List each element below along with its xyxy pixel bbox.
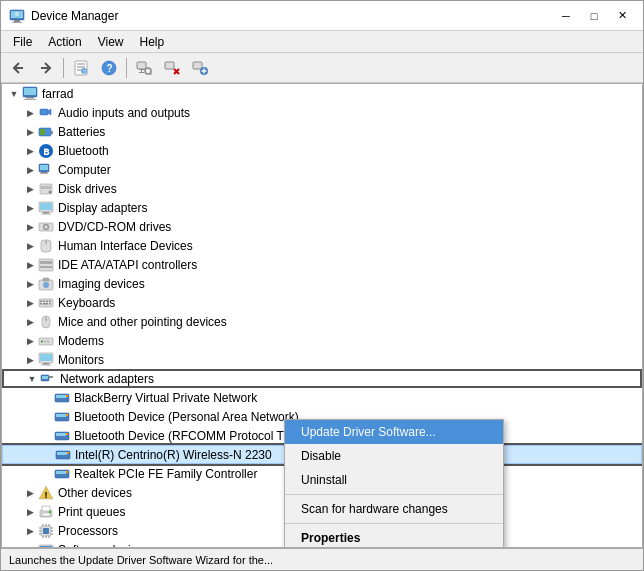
menu-bar: File Action View Help (1, 31, 643, 53)
back-button[interactable] (5, 56, 31, 80)
netcard-btrfcomm-icon (54, 428, 70, 444)
svg-rect-49 (41, 213, 51, 214)
svg-rect-61 (43, 278, 49, 281)
expand-modems[interactable]: ▶ (22, 336, 38, 346)
svg-rect-66 (49, 300, 51, 302)
svg-rect-95 (57, 452, 67, 455)
svg-rect-79 (43, 363, 49, 365)
svg-rect-67 (40, 303, 42, 305)
expand-farrad[interactable]: ▼ (6, 89, 22, 99)
remove-button[interactable] (159, 56, 185, 80)
device-tree[interactable]: ▼ farrad ▶ (1, 83, 643, 548)
expand-hid[interactable]: ▶ (22, 241, 38, 251)
help-button[interactable]: ? (96, 56, 122, 80)
tree-item-monitors[interactable]: ▶ Monitors (2, 350, 642, 369)
minimize-button[interactable]: ─ (553, 6, 579, 26)
forward-button[interactable] (33, 56, 59, 80)
expand-mice[interactable]: ▶ (22, 317, 38, 327)
processor-icon (38, 523, 54, 539)
svg-rect-89 (56, 414, 66, 417)
expand-display[interactable]: ▶ (22, 203, 38, 213)
expand-batteries[interactable]: ▶ (22, 127, 38, 137)
svg-rect-90 (66, 414, 68, 416)
svg-text:?: ? (83, 69, 86, 75)
scan-button[interactable] (131, 56, 157, 80)
tree-item-blackberry[interactable]: BlackBerry Virtual Private Network (2, 388, 642, 407)
tree-item-disk[interactable]: ▶ Disk drives (2, 179, 642, 198)
separator-1 (63, 58, 64, 78)
svg-rect-104 (42, 513, 50, 516)
context-menu-disable[interactable]: Disable (285, 444, 503, 468)
svg-rect-78 (40, 354, 52, 361)
netcard-btpan-icon (54, 409, 70, 425)
computer2-icon (38, 162, 54, 178)
tree-item-computer[interactable]: ▶ Computer (2, 160, 642, 179)
menu-file[interactable]: File (5, 33, 40, 51)
svg-rect-68 (43, 303, 48, 305)
title-bar: Device Manager ─ □ ✕ (1, 1, 643, 31)
svg-rect-21 (165, 62, 174, 69)
tree-item-keyboards[interactable]: ▶ Keyboards (2, 293, 642, 312)
svg-point-60 (43, 282, 49, 288)
svg-point-75 (44, 340, 46, 342)
svg-point-52 (45, 226, 47, 228)
tree-item-mice[interactable]: ▶ Mice and other pointing devices (2, 312, 642, 331)
processors-label: Processors (58, 524, 118, 538)
svg-text:ʙ: ʙ (43, 145, 50, 157)
svg-rect-36 (40, 129, 45, 135)
add-button[interactable] (187, 56, 213, 80)
svg-rect-32 (40, 109, 48, 115)
expand-dvd[interactable]: ▶ (22, 222, 38, 232)
tree-item-dvd[interactable]: ▶ DVD/CD-ROM drives (2, 217, 642, 236)
expand-other[interactable]: ▶ (22, 488, 38, 498)
svg-point-55 (45, 241, 47, 243)
svg-point-76 (47, 340, 49, 342)
svg-rect-35 (51, 131, 53, 134)
tree-item-audio[interactable]: ▶ Audio inputs and outputs (2, 103, 642, 122)
bluetooth-icon: ʙ (38, 143, 54, 159)
imaging-label: Imaging devices (58, 277, 145, 291)
modem-icon (38, 333, 54, 349)
close-button[interactable]: ✕ (609, 6, 635, 26)
expand-keyboards[interactable]: ▶ (22, 298, 38, 308)
maximize-button[interactable]: □ (581, 6, 607, 26)
netcard-intel-icon (55, 447, 71, 463)
tree-item-bluetooth[interactable]: ▶ ʙ Bluetooth (2, 141, 642, 160)
expand-disk[interactable]: ▶ (22, 184, 38, 194)
properties-button[interactable]: ? (68, 56, 94, 80)
ide-label: IDE ATA/ATAPI controllers (58, 258, 197, 272)
tree-item-imaging[interactable]: ▶ Imaging devices (2, 274, 642, 293)
expand-bluetooth[interactable]: ▶ (22, 146, 38, 156)
expand-computer[interactable]: ▶ (22, 165, 38, 175)
svg-point-4 (15, 12, 19, 16)
context-menu-properties[interactable]: Properties (285, 526, 503, 548)
context-menu-uninstall[interactable]: Uninstall (285, 468, 503, 492)
expand-processors[interactable]: ▶ (22, 526, 38, 536)
expand-software-dev[interactable]: ▶ (22, 545, 38, 549)
context-menu-scan[interactable]: Scan for hardware changes (285, 497, 503, 521)
tree-item-farrad[interactable]: ▼ farrad (2, 84, 642, 103)
tree-item-batteries[interactable]: ▶ Batteries (2, 122, 642, 141)
disk-label: Disk drives (58, 182, 117, 196)
title-bar-buttons: ─ □ ✕ (553, 6, 635, 26)
tree-item-hid[interactable]: ▶ Human Interface Devices (2, 236, 642, 255)
expand-audio[interactable]: ▶ (22, 108, 38, 118)
expand-network[interactable]: ▼ (24, 374, 40, 384)
menu-action[interactable]: Action (40, 33, 89, 51)
expand-ide[interactable]: ▶ (22, 260, 38, 270)
tree-item-modems[interactable]: ▶ Modems (2, 331, 642, 350)
mouse-icon (38, 314, 54, 330)
svg-point-74 (41, 340, 43, 342)
monitor-icon (38, 352, 54, 368)
expand-monitors[interactable]: ▶ (22, 355, 38, 365)
expand-print[interactable]: ▶ (22, 507, 38, 517)
svg-rect-65 (46, 300, 48, 302)
tree-item-network[interactable]: ▼ Network adapters (2, 369, 642, 388)
menu-view[interactable]: View (90, 33, 132, 51)
context-menu-update[interactable]: Update Driver Software... (285, 420, 503, 444)
menu-help[interactable]: Help (132, 33, 173, 51)
tree-item-display[interactable]: ▶ Display adapters (2, 198, 642, 217)
expand-imaging[interactable]: ▶ (22, 279, 38, 289)
tree-item-ide[interactable]: ▶ IDE ATA/ATAPI controllers (2, 255, 642, 274)
svg-rect-56 (39, 259, 53, 271)
